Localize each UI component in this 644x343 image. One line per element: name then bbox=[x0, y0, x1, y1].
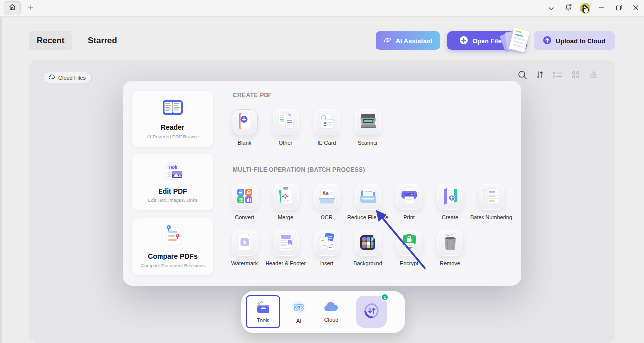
reduce-file-size-icon bbox=[358, 187, 378, 207]
ai-orb-icon bbox=[290, 300, 307, 316]
cloud-files-button[interactable]: Cloud Files bbox=[43, 72, 92, 83]
close-icon bbox=[633, 4, 639, 13]
dock-cloud[interactable]: Cloud bbox=[317, 296, 346, 328]
compare-pdfs-icon bbox=[162, 225, 183, 248]
dock-ai[interactable]: AI bbox=[284, 296, 313, 328]
minimize-button[interactable] bbox=[593, 0, 610, 17]
tool-scanner[interactable]: Scanner bbox=[347, 109, 388, 146]
tool-id-card-label: ID Card bbox=[318, 140, 336, 146]
tool-create[interactable]: Create bbox=[429, 184, 471, 220]
header-footer-icon bbox=[277, 232, 294, 254]
tool-remove-label: Remove bbox=[440, 260, 460, 266]
insert-icon bbox=[317, 232, 337, 254]
svg-text:000123: 000123 bbox=[489, 191, 495, 193]
tool-header-footer-label: Header & Footer bbox=[266, 260, 306, 266]
tool-convert[interactable]: Convert bbox=[224, 184, 265, 220]
home-tab[interactable] bbox=[4, 1, 21, 15]
tool-bates-numbering-label: Bates Numbering bbox=[470, 214, 512, 220]
edit-pdf-subtitle: Edit Text, Images, Links bbox=[148, 197, 197, 203]
edit-pdf-card[interactable]: Text Edit PDF Edit Text, Images, Links bbox=[132, 154, 213, 210]
tool-other[interactable]: Other bbox=[265, 109, 306, 146]
svg-text:Text: Text bbox=[168, 165, 177, 170]
dock-divider bbox=[350, 303, 350, 320]
close-button[interactable] bbox=[627, 0, 644, 17]
ocr-icon: Aa bbox=[317, 187, 337, 207]
grid-view-icon bbox=[571, 70, 580, 81]
transfer-count-badge: 1 bbox=[381, 294, 389, 301]
tab-recent-label: Recent bbox=[37, 36, 65, 46]
tab-starred[interactable]: Starred bbox=[88, 31, 117, 50]
section-divider bbox=[233, 157, 512, 157]
tool-header-footer[interactable]: Header & Footer bbox=[265, 230, 306, 266]
clear-list-button[interactable] bbox=[589, 71, 598, 81]
bell-icon bbox=[564, 3, 573, 14]
tool-merge[interactable]: Merge bbox=[265, 184, 306, 220]
tool-insert-label: Insert bbox=[320, 260, 334, 266]
transfer-status-button[interactable]: 1 bbox=[356, 296, 387, 328]
search-button[interactable] bbox=[517, 71, 527, 81]
tool-ocr-label: OCR bbox=[321, 214, 332, 220]
convert-icon bbox=[236, 187, 254, 207]
id-card-icon bbox=[317, 112, 337, 132]
open-file-button[interactable]: Open File bbox=[447, 31, 527, 50]
tab-starred-label: Starred bbox=[88, 36, 117, 46]
tool-bates-numbering[interactable]: 000123 Bates Numbering bbox=[471, 184, 512, 220]
open-file-label: Open File bbox=[472, 37, 501, 45]
new-tab-button[interactable] bbox=[26, 4, 35, 13]
tool-remove[interactable]: Remove bbox=[429, 230, 471, 266]
sync-progress-icon bbox=[362, 301, 381, 322]
restore-button[interactable] bbox=[610, 0, 627, 17]
edit-pdf-title: Edit PDF bbox=[158, 187, 187, 195]
svg-text:Aa: Aa bbox=[322, 191, 329, 196]
menu-chevron-button[interactable] bbox=[543, 0, 560, 17]
tab-recent[interactable]: Recent bbox=[29, 31, 72, 50]
tool-watermark[interactable]: Watermark bbox=[224, 230, 265, 266]
ai-assistant-label: AI Assistant bbox=[396, 37, 433, 45]
notifications-button[interactable] bbox=[560, 0, 577, 17]
tool-id-card[interactable]: ID Card bbox=[306, 109, 347, 146]
create-icon bbox=[441, 186, 460, 208]
tool-merge-label: Merge bbox=[278, 214, 293, 220]
sort-button[interactable] bbox=[535, 71, 545, 81]
tool-blank[interactable]: Blank bbox=[224, 109, 265, 146]
tool-other-label: Other bbox=[279, 140, 293, 146]
tools-panel: Reader AI-Powered PDF Browse Text Edit P… bbox=[123, 81, 521, 286]
upload-to-cloud-label: Upload to Cloud bbox=[556, 37, 605, 45]
list-view-icon bbox=[553, 71, 563, 81]
reader-subtitle: AI-Powered PDF Browse bbox=[147, 134, 199, 139]
tool-convert-label: Convert bbox=[235, 214, 254, 220]
tool-ocr[interactable]: Aa OCR bbox=[306, 184, 347, 220]
section-title-batch: MULTI-FILE OPERATION (BATCH PROCESS) bbox=[233, 166, 365, 173]
tool-insert[interactable]: Insert bbox=[306, 230, 347, 266]
search-icon bbox=[518, 70, 527, 82]
plus-circle-icon bbox=[459, 36, 468, 46]
tool-create-label: Create bbox=[442, 214, 458, 220]
sort-arrows-icon bbox=[536, 70, 544, 81]
avatar bbox=[580, 3, 590, 14]
watermark-icon bbox=[236, 232, 253, 254]
reader-card[interactable]: Reader AI-Powered PDF Browse bbox=[132, 91, 213, 147]
remove-icon bbox=[441, 232, 459, 254]
toolbox-icon bbox=[255, 300, 271, 315]
compare-pdfs-card[interactable]: Compare PDFs Compare Document Revisions bbox=[132, 218, 213, 275]
print-icon bbox=[400, 186, 419, 208]
minimize-icon bbox=[599, 4, 605, 13]
list-view-button[interactable] bbox=[553, 71, 563, 81]
home-icon bbox=[8, 3, 16, 13]
upload-to-cloud-button[interactable]: Upload to Cloud bbox=[534, 31, 615, 50]
ai-atom-icon bbox=[383, 36, 392, 46]
titlebar bbox=[0, 0, 644, 17]
dock-tools[interactable]: Tools bbox=[246, 295, 280, 328]
restore-icon bbox=[616, 4, 622, 13]
other-docs-icon bbox=[276, 112, 295, 133]
blank-page-icon bbox=[236, 112, 254, 133]
tool-blank-label: Blank bbox=[238, 140, 252, 146]
reader-title: Reader bbox=[161, 123, 184, 131]
chevron-down-icon bbox=[548, 4, 554, 13]
ai-assistant-button[interactable]: AI Assistant bbox=[376, 31, 440, 50]
window-edge bbox=[0, 17, 2, 343]
bates-numbering-icon: 000123 bbox=[482, 186, 501, 208]
edit-pdf-icon: Text bbox=[161, 161, 184, 183]
account-avatar[interactable] bbox=[577, 0, 593, 17]
grid-view-button[interactable] bbox=[571, 71, 581, 81]
